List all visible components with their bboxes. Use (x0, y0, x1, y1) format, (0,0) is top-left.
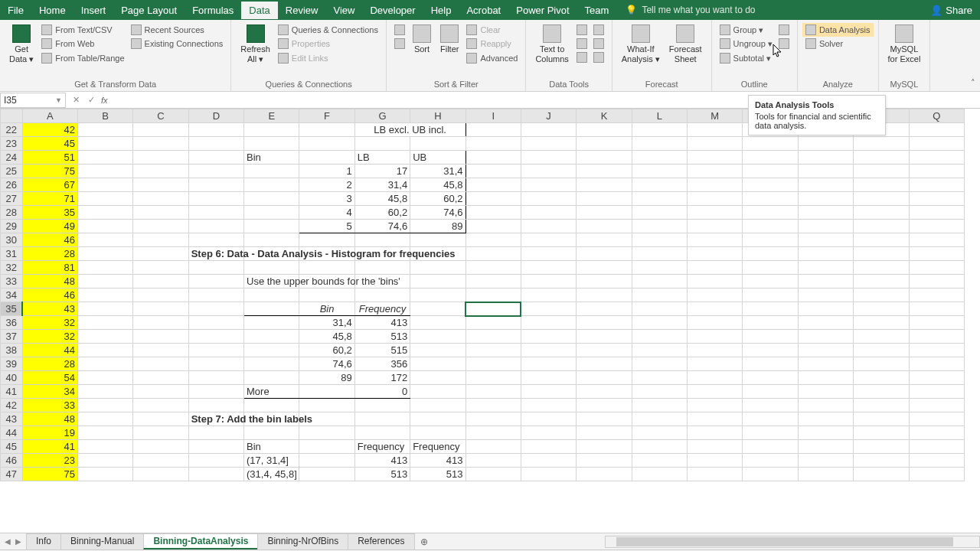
cell-E37[interactable] (244, 330, 299, 344)
cell-G37[interactable]: 513 (354, 330, 410, 344)
cell-K47[interactable] (577, 468, 632, 481)
cell-M29[interactable] (688, 220, 743, 233)
cell-O32[interactable] (798, 261, 853, 275)
cell-P28[interactable] (854, 206, 909, 220)
row-header-22[interactable]: 22 (1, 123, 23, 137)
row-header-41[interactable]: 41 (1, 385, 23, 399)
cell-H38[interactable] (410, 344, 466, 357)
col-header-M[interactable]: M (688, 109, 743, 123)
cell-I38[interactable] (466, 344, 521, 357)
cell-F39[interactable]: 74,6 (299, 357, 354, 371)
row-header-36[interactable]: 36 (1, 316, 23, 330)
cell-O28[interactable] (798, 206, 853, 220)
cell-I47[interactable] (466, 468, 521, 481)
cell-Q30[interactable] (909, 233, 964, 247)
data-analysis-button[interactable]: Data Analysis (802, 23, 874, 37)
cell-O33[interactable] (798, 275, 853, 289)
row-header-40[interactable]: 40 (1, 371, 23, 385)
cell-P46[interactable] (854, 454, 909, 468)
from-table-button[interactable]: From Table/Range (38, 51, 127, 65)
cell-F29[interactable]: 5 (299, 220, 354, 233)
cell-L23[interactable] (632, 137, 687, 151)
cell-N40[interactable] (743, 371, 798, 385)
cell-O41[interactable] (798, 385, 853, 399)
cell-M40[interactable] (688, 371, 743, 385)
cell-B28[interactable] (77, 206, 132, 220)
cell-I45[interactable] (466, 440, 521, 454)
cell-D39[interactable] (188, 357, 243, 371)
cell-K38[interactable] (577, 344, 632, 357)
cell-K31[interactable] (577, 247, 632, 261)
cell-K37[interactable] (577, 330, 632, 344)
cell-J38[interactable] (521, 344, 576, 357)
cell-J22[interactable] (521, 123, 576, 137)
sheet-tab-info[interactable]: Info (26, 533, 61, 549)
cell-A39[interactable]: 28 (22, 357, 77, 371)
cell-K28[interactable] (577, 206, 632, 220)
col-header-Q[interactable]: Q (909, 109, 964, 123)
cell-H29[interactable]: 89 (410, 220, 466, 233)
cell-Q40[interactable] (909, 371, 964, 385)
cell-C47[interactable] (133, 468, 188, 481)
cell-F40[interactable]: 89 (299, 371, 354, 385)
mysql-excel-button[interactable]: MySQLfor Excel (884, 23, 926, 66)
cell-Q36[interactable] (909, 316, 964, 330)
from-web-button[interactable]: From Web (38, 37, 127, 51)
cell-G34[interactable] (354, 289, 410, 302)
cell-G40[interactable]: 172 (354, 371, 410, 385)
cell-J42[interactable] (521, 399, 576, 412)
cell-N30[interactable] (743, 233, 798, 247)
cell-A38[interactable]: 44 (22, 344, 77, 357)
cell-M30[interactable] (688, 233, 743, 247)
cell-L33[interactable] (632, 275, 687, 289)
row-header-46[interactable]: 46 (1, 454, 23, 468)
cell-J35[interactable] (521, 302, 576, 316)
cell-I28[interactable] (466, 206, 521, 220)
cell-M45[interactable] (688, 440, 743, 454)
cell-I32[interactable] (466, 261, 521, 275)
cell-F30[interactable] (299, 233, 354, 247)
cell-O40[interactable] (798, 371, 853, 385)
cell-Q45[interactable] (909, 440, 964, 454)
cell-N47[interactable] (743, 468, 798, 481)
cell-L30[interactable] (632, 233, 687, 247)
cell-K26[interactable] (577, 178, 632, 192)
cell-D33[interactable] (188, 275, 243, 289)
cell-J32[interactable] (521, 261, 576, 275)
cell-P25[interactable] (854, 165, 909, 178)
cell-P29[interactable] (854, 220, 909, 233)
show-detail-button[interactable] (776, 23, 792, 37)
cell-E26[interactable] (244, 178, 299, 192)
cell-F34[interactable] (299, 289, 354, 302)
cell-M25[interactable] (688, 165, 743, 178)
row-header-43[interactable]: 43 (1, 412, 23, 426)
cell-O27[interactable] (798, 192, 853, 206)
cell-B23[interactable] (77, 137, 132, 151)
row-header-32[interactable]: 32 (1, 261, 23, 275)
col-header-G[interactable]: G (354, 109, 410, 123)
cell-K32[interactable] (577, 261, 632, 275)
cell-B37[interactable] (77, 330, 132, 344)
cell-L40[interactable] (632, 371, 687, 385)
cell-I29[interactable] (466, 220, 521, 233)
cell-P44[interactable] (854, 426, 909, 440)
cell-C34[interactable] (133, 289, 188, 302)
menu-team[interactable]: Team (577, 2, 617, 19)
cell-K43[interactable] (577, 412, 632, 426)
cell-O45[interactable] (798, 440, 853, 454)
cell-L29[interactable] (632, 220, 687, 233)
cell-F45[interactable] (299, 440, 354, 454)
cell-Q31[interactable] (909, 247, 964, 261)
cell-K24[interactable] (577, 151, 632, 165)
cell-F24[interactable] (299, 151, 354, 165)
sheet-tab-binning-dataanalysis[interactable]: Binning-DataAnalysis (143, 533, 258, 549)
cell-B33[interactable] (77, 275, 132, 289)
cell-G27[interactable]: 45,8 (354, 192, 410, 206)
cell-E47[interactable]: (31,4, 45,8] (244, 468, 299, 481)
cell-I23[interactable] (466, 137, 521, 151)
cell-D27[interactable] (188, 192, 243, 206)
cell-C25[interactable] (133, 165, 188, 178)
cell-C26[interactable] (133, 178, 188, 192)
cell-J25[interactable] (521, 165, 576, 178)
cell-D25[interactable] (188, 165, 243, 178)
